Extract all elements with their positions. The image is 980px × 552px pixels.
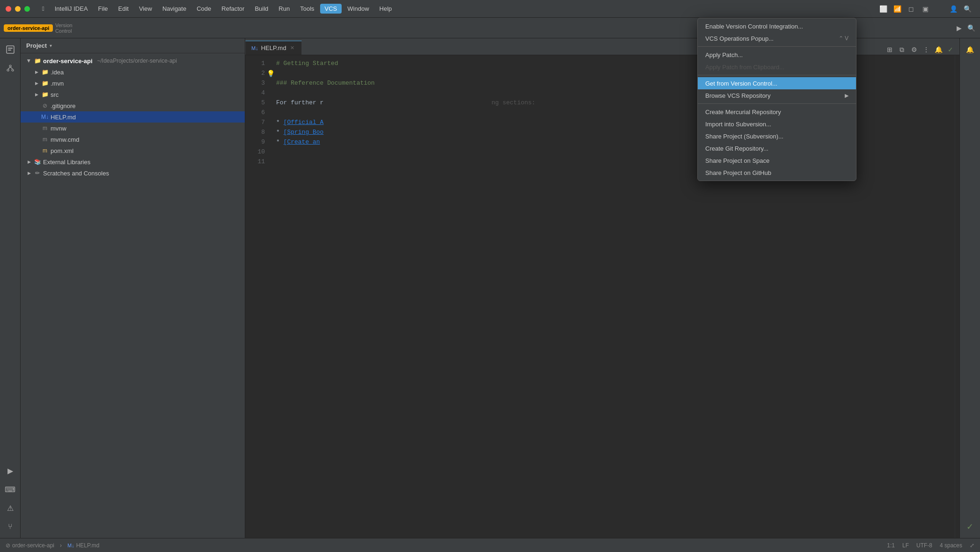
menu-apply-patch-clipboard-label: Apply Patch from Clipboard... xyxy=(705,64,784,71)
menu-create-mercurial-label: Create Mercurial Repository xyxy=(705,109,781,116)
menu-share-space-label: Share Project on Space xyxy=(705,157,769,164)
vcs-operations-shortcut: ⌃ V xyxy=(839,35,848,42)
browse-vcs-arrow: ▶ xyxy=(845,93,848,99)
menu-vcs-operations-label: VCS Operations Popup... xyxy=(705,35,774,42)
menu-browse-vcs-label: Browse VCS Repository xyxy=(705,92,770,99)
menu-item-apply-patch[interactable]: Apply Patch... xyxy=(698,49,856,61)
menu-import-subversion-label: Import into Subversion... xyxy=(705,121,771,128)
menu-share-subversion-label: Share Project (Subversion)... xyxy=(705,133,783,140)
menu-item-get-from-vcs[interactable]: Get from Version Control... xyxy=(698,77,856,89)
menu-sep-2 xyxy=(698,75,856,75)
menu-item-create-git[interactable]: Create Git Repository... xyxy=(698,142,856,154)
menu-get-from-vcs-label: Get from Version Control... xyxy=(705,80,777,87)
menu-item-share-space[interactable]: Share Project on Space xyxy=(698,154,856,167)
menu-create-git-label: Create Git Repository... xyxy=(705,145,768,152)
vcs-dropdown-menu: Enable Version Control Integration... VC… xyxy=(697,18,856,181)
menu-sep-1 xyxy=(698,46,856,47)
menu-overlay[interactable]: Enable Version Control Integration... VC… xyxy=(0,0,980,552)
menu-item-import-subversion[interactable]: Import into Subversion... xyxy=(698,118,856,130)
menu-sep-3 xyxy=(698,103,856,104)
menu-item-share-subversion[interactable]: Share Project (Subversion)... xyxy=(698,130,856,142)
menu-item-create-mercurial[interactable]: Create Mercurial Repository xyxy=(698,106,856,118)
menu-item-enable-vcs[interactable]: Enable Version Control Integration... xyxy=(698,20,856,32)
menu-apply-patch-label: Apply Patch... xyxy=(705,51,743,58)
menu-enable-vcs-label: Enable Version Control Integration... xyxy=(705,23,803,30)
menu-share-github-label: Share Project on GitHub xyxy=(705,169,771,176)
menu-item-vcs-operations[interactable]: VCS Operations Popup... ⌃ V xyxy=(698,32,856,44)
menu-item-share-github[interactable]: Share Project on GitHub xyxy=(698,167,856,179)
menu-item-browse-vcs[interactable]: Browse VCS Repository ▶ xyxy=(698,89,856,102)
menu-item-apply-patch-clipboard: Apply Patch from Clipboard... xyxy=(698,61,856,73)
